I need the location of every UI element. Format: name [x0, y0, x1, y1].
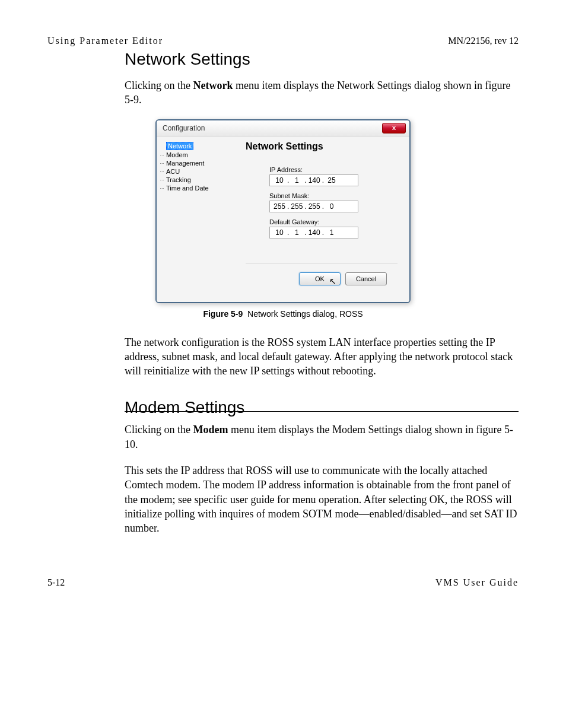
content-panel: Network Settings IP Address: 10.1.140.25…: [234, 136, 409, 302]
footer-guide-name: VMS User Guide: [435, 577, 519, 588]
network-config-paragraph: The network configuration is the ROSS sy…: [125, 335, 519, 379]
dialog-button-row: OK ↖ Cancel: [246, 263, 398, 294]
page-header: Using Parameter Editor MN/22156, rev 12: [47, 36, 519, 46]
subnet-mask-input[interactable]: 255.255.255.0: [269, 201, 358, 212]
page-footer: 5-12 VMS User Guide: [47, 577, 519, 588]
ip-address-input[interactable]: 10.1.140.25: [269, 174, 358, 186]
tree-item-modem[interactable]: Modem: [159, 151, 231, 159]
ip-address-label: IP Address:: [269, 166, 398, 173]
figure-caption-text: Network Settings dialog, ROSS: [247, 309, 363, 319]
text-fragment: Clicking on the: [125, 424, 193, 435]
figure-area: Configuration x Network Modem Management…: [47, 119, 519, 303]
modem-paragraph-2: This sets the IP address that ROSS will …: [125, 463, 519, 535]
tree-item-management[interactable]: Management: [159, 159, 231, 167]
cancel-button[interactable]: Cancel: [345, 272, 387, 285]
cursor-icon: ↖: [329, 275, 336, 287]
dialog-titlebar: Configuration x: [157, 120, 409, 136]
configuration-dialog: Configuration x Network Modem Management…: [155, 119, 411, 303]
tree-item-time-and-date[interactable]: Time and Date: [159, 184, 231, 192]
subnet-mask-label: Subnet Mask:: [269, 192, 398, 199]
figure-caption: Figure 5-9 Network Settings dialog, ROSS: [47, 309, 519, 319]
header-left: Using Parameter Editor: [47, 36, 163, 46]
tree-item-acu[interactable]: ACU: [159, 167, 231, 176]
section-title-modem: Modem Settings: [125, 398, 519, 417]
ok-button-label: OK: [315, 275, 325, 282]
page-number: 5-12: [47, 577, 65, 588]
subnet-mask-group: Subnet Mask: 255.255.255.0: [269, 192, 398, 212]
tree-panel: Network Modem Management ACU Tracking Ti…: [157, 136, 234, 302]
tree-item-network[interactable]: Network: [159, 141, 231, 151]
header-right: MN/22156, rev 12: [448, 36, 519, 46]
default-gateway-label: Default Gateway:: [269, 218, 398, 225]
default-gateway-group: Default Gateway: 10.1.140.1: [269, 218, 398, 239]
intro-paragraph-1: Clicking on the Network menu item displa…: [125, 78, 519, 107]
text-bold-modem: Modem: [193, 424, 228, 435]
ok-button[interactable]: OK ↖: [299, 272, 341, 285]
ip-address-group: IP Address: 10.1.140.25: [269, 166, 398, 186]
text-fragment: Clicking on the: [125, 80, 193, 91]
dialog-title: Configuration: [163, 124, 205, 132]
figure-label: Figure 5-9: [203, 309, 243, 319]
panel-title: Network Settings: [246, 141, 398, 152]
default-gateway-input[interactable]: 10.1.140.1: [269, 227, 358, 239]
close-button[interactable]: x: [382, 123, 406, 133]
section-title-network: Network Settings: [125, 50, 519, 69]
tree-item-tracking[interactable]: Tracking: [159, 176, 231, 184]
text-bold-network: Network: [193, 80, 233, 91]
dialog-body: Network Modem Management ACU Tracking Ti…: [157, 136, 409, 302]
modem-paragraph-1: Clicking on the Modem menu item displays…: [125, 422, 519, 452]
